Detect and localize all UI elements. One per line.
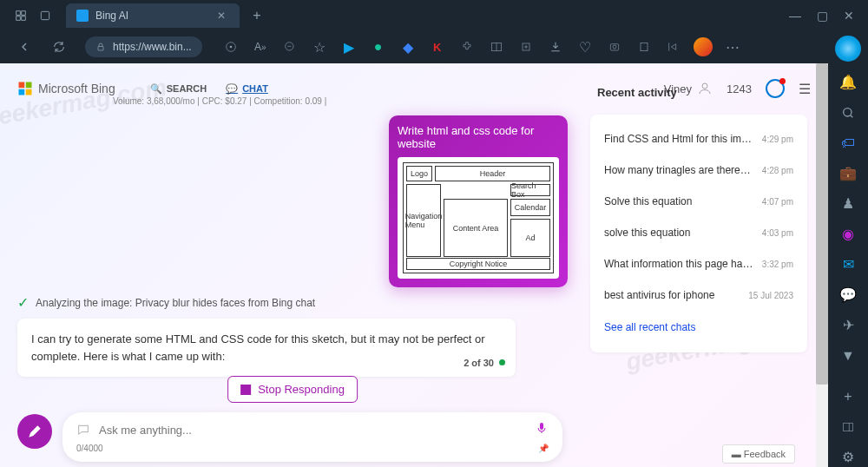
ext-k-icon[interactable]: K xyxy=(424,34,450,60)
page-content: geekermag.com geekermag.com Microsoft Bi… xyxy=(0,63,828,467)
activity-item[interactable]: Solve this equation4:07 pm xyxy=(594,186,804,217)
location-icon[interactable] xyxy=(218,34,244,60)
pin-icon[interactable]: 📌 xyxy=(538,444,549,453)
sidebar-game-icon[interactable]: ♟ xyxy=(834,194,862,214)
chat-input-box: 0/4000 📌 xyxy=(62,412,562,462)
browser-toolbar: https://www.bin... A» ☆ ▶ ● ◆ K ♡ ⋯ xyxy=(0,30,868,63)
svg-rect-1 xyxy=(98,47,103,51)
svg-point-9 xyxy=(613,45,616,49)
svg-rect-17 xyxy=(26,89,32,95)
bot-message: I can try to generate some HTML and CSS … xyxy=(17,319,516,377)
activity-title: Recent activity xyxy=(590,79,807,115)
input-area: 0/4000 📌 xyxy=(17,412,562,462)
screenshot-icon[interactable] xyxy=(602,34,628,60)
sidebar-office-icon[interactable]: ◉ xyxy=(834,224,862,244)
new-topic-button[interactable] xyxy=(17,414,52,449)
ext-play-icon[interactable]: ▶ xyxy=(336,34,362,60)
activity-item[interactable]: How many trinagles are there in this sha… xyxy=(594,155,804,186)
sidebar-send-icon[interactable]: ✈ xyxy=(834,315,862,335)
message-counter: 2 of 30 xyxy=(464,356,505,371)
sidebar-tag-icon[interactable]: 🏷 xyxy=(834,133,862,153)
svg-rect-16 xyxy=(19,89,25,95)
favorite-icon[interactable]: ☆ xyxy=(306,34,332,60)
bing-brand[interactable]: Microsoft Bing xyxy=(17,81,115,96)
new-tab-button[interactable]: + xyxy=(245,3,269,28)
chat-input[interactable] xyxy=(99,424,526,437)
feedback-button[interactable]: ▬ Feedback xyxy=(722,444,795,464)
sidebar-search-icon[interactable] xyxy=(834,102,862,122)
sidebar-briefcase-icon[interactable]: 💼 xyxy=(834,163,862,183)
tab-actions-icon[interactable] xyxy=(38,9,52,23)
uploaded-image[interactable]: Logo Header Search Box Navigation Menu C… xyxy=(398,157,559,279)
nav-chat[interactable]: 💬CHAT xyxy=(226,83,268,95)
sidebar-panel-icon[interactable] xyxy=(834,417,862,437)
zoom-out-icon[interactable] xyxy=(277,34,303,60)
window-titlebar: Bing AI ✕ + — ▢ ✕ xyxy=(0,0,868,30)
brand-text: Microsoft Bing xyxy=(38,82,115,95)
edge-sidebar: 🔔 🏷 💼 ♟ ◉ ✉ 💬 ✈ ▼ + ⚙ xyxy=(828,30,868,467)
sidebar-add-icon[interactable]: + xyxy=(834,386,862,406)
minimize-button[interactable]: — xyxy=(789,9,801,23)
svg-point-3 xyxy=(229,46,232,49)
sidebar-outlook-icon[interactable]: ✉ xyxy=(834,254,862,274)
browser-tab[interactable]: Bing AI ✕ xyxy=(66,3,240,28)
bing-tab-icon xyxy=(76,10,89,22)
profile-avatar[interactable] xyxy=(690,34,716,60)
analyzing-status: ✓ Analyzing the image: Privacy blur hide… xyxy=(17,294,315,311)
share-icon[interactable] xyxy=(661,34,687,60)
address-bar[interactable]: https://www.bin... xyxy=(85,36,202,57)
sidebar-settings-icon[interactable]: ⚙ xyxy=(834,447,862,467)
activity-item[interactable]: solve this equation4:03 pm xyxy=(594,217,804,248)
nav-search[interactable]: 🔍SEARCH xyxy=(150,83,207,95)
ext-grammarly-icon[interactable]: ● xyxy=(365,34,391,60)
svg-rect-12 xyxy=(844,423,853,431)
svg-rect-0 xyxy=(41,11,49,19)
see-all-link[interactable]: See all recent chats xyxy=(594,311,804,344)
close-window-button[interactable]: ✕ xyxy=(844,9,854,23)
ext-blue-icon[interactable]: ◆ xyxy=(395,34,421,60)
char-counter: 0/4000 xyxy=(76,444,103,453)
svg-rect-15 xyxy=(26,82,32,89)
user-message-text: Write html and css code for website xyxy=(398,124,559,150)
read-aloud-icon[interactable]: A» xyxy=(247,34,273,60)
scrollbar[interactable] xyxy=(816,63,828,467)
url-text: https://www.bin... xyxy=(113,41,192,53)
sidebar-skype-icon[interactable]: 💬 xyxy=(834,285,862,305)
svg-rect-10 xyxy=(641,43,648,50)
stop-responding-button[interactable]: Stop Responding xyxy=(227,376,358,403)
refresh-button[interactable] xyxy=(45,33,73,61)
workspaces-icon[interactable] xyxy=(14,9,28,23)
close-tab-icon[interactable]: ✕ xyxy=(217,10,229,22)
activity-item[interactable]: What information this page has?3:32 pm xyxy=(594,248,804,280)
activity-panel: Recent activity Find CSS and Html for th… xyxy=(590,79,807,352)
svg-rect-14 xyxy=(19,82,25,89)
sidebar-bing-icon[interactable] xyxy=(834,36,862,62)
back-button[interactable] xyxy=(10,33,38,61)
svg-rect-19 xyxy=(540,423,543,430)
chat-icon xyxy=(76,423,90,437)
more-menu-icon[interactable]: ⋯ xyxy=(720,34,746,60)
heart-icon[interactable]: ♡ xyxy=(572,34,598,60)
tab-title: Bing AI xyxy=(95,10,128,22)
split-screen-icon[interactable] xyxy=(483,34,510,60)
activity-item[interactable]: best antivirus for iphone15 Jul 2023 xyxy=(594,280,804,311)
microsoft-icon xyxy=(17,81,33,96)
activity-item[interactable]: Find CSS and Html for this image4:29 pm xyxy=(594,123,804,155)
maximize-button[interactable]: ▢ xyxy=(817,9,828,23)
microphone-icon[interactable] xyxy=(535,421,549,438)
extensions-icon[interactable] xyxy=(454,34,480,60)
check-icon: ✓ xyxy=(17,294,29,311)
sidebar-collapse-icon[interactable]: ▼ xyxy=(834,345,862,365)
lock-icon xyxy=(95,42,106,52)
user-message: Write html and css code for website Logo… xyxy=(389,115,568,287)
collections-icon[interactable] xyxy=(513,34,539,60)
stop-icon xyxy=(240,385,251,395)
sidebar-notification-icon[interactable]: 🔔 xyxy=(834,72,862,92)
downloads-icon[interactable] xyxy=(542,34,569,60)
svg-point-11 xyxy=(844,108,852,115)
drop-icon[interactable] xyxy=(631,34,657,60)
